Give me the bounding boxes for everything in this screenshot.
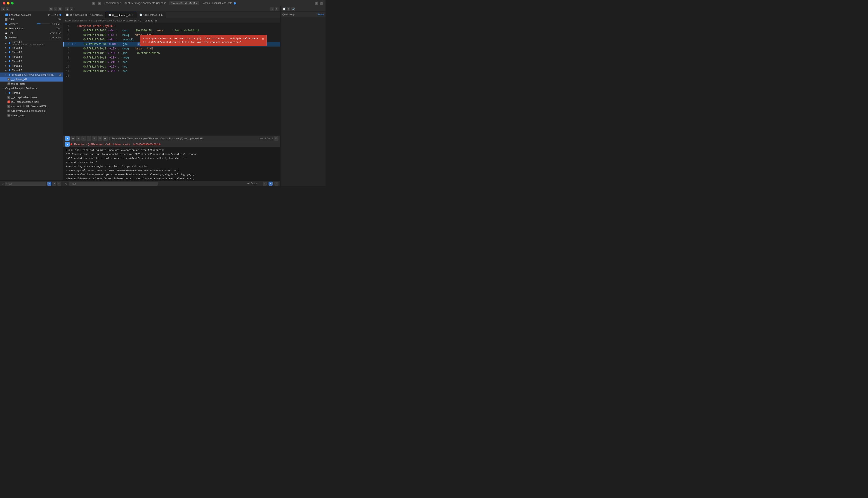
window-controls[interactable]: [3, 2, 14, 4]
network-item[interactable]: 📡 Network Zero KB/s: [0, 35, 63, 40]
thread1-disclosure: ▶: [4, 42, 7, 44]
step-into-btn[interactable]: ↓: [81, 136, 86, 141]
view-btn-1[interactable]: ⊡: [92, 136, 97, 141]
code-line-6: 6 0x7ff81f7c1010 <+12> : movq %rax , %rd…: [63, 47, 280, 51]
exception-thread-disclosure: ▾: [4, 91, 7, 94]
sidebar-item-exception-thread[interactable]: ▾ Thread: [0, 91, 63, 95]
maximize-button[interactable]: [11, 2, 14, 4]
line-code-9: 0x7ff81f7c1019 <+21> : nop: [76, 60, 280, 65]
sidebar-view-btn2[interactable]: ≡: [54, 7, 57, 11]
breadcrumb-item-1[interactable]: EssentialFeedTests: [65, 19, 87, 22]
network-value: Zero KB/s: [50, 36, 61, 39]
disclosure-icon: ▾: [2, 14, 4, 16]
split-view-button[interactable]: ⊞: [315, 2, 318, 5]
tab-pthread-kill[interactable]: 📄 0___pthread_kill ✕: [105, 12, 137, 18]
sidebar-nav-back[interactable]: ◀: [1, 7, 5, 11]
editor-nav-back[interactable]: ◀: [65, 7, 69, 11]
pthread-tab-close[interactable]: ✕: [132, 14, 133, 16]
view-btn-2[interactable]: ⊡: [98, 136, 102, 141]
console-run-btn[interactable]: ▶: [65, 142, 69, 147]
breadcrumb-sep-1: ›: [88, 19, 88, 22]
sidebar-item-frame0[interactable]: 0 __pthread_kill: [0, 77, 63, 81]
cpu-label: CPU: [9, 18, 57, 21]
console-filter-btn1[interactable]: ⊡: [263, 182, 267, 186]
breadcrumb-item-3[interactable]: 0 __pthread_kill: [140, 19, 157, 22]
sidebar-item-exc-frame22[interactable]: 22 thread_start: [0, 113, 63, 118]
sidebar-item-frame23[interactable]: 23 thread_start: [0, 81, 63, 86]
sidebar-item-thread2[interactable]: ▶ Thread 2: [0, 45, 63, 50]
continue-btn[interactable]: ⏭: [71, 136, 75, 141]
right-panel-refresh-btn[interactable]: ↻: [287, 7, 291, 11]
titlebar: ◼ ▶ EssentialFeed — feature/image-commen…: [0, 0, 326, 6]
line-code-11: 0x7ff81f7c101b <+23> : nop: [76, 69, 280, 74]
memory-item[interactable]: Memory 14,9 MB: [0, 22, 63, 26]
sidebar-item-thread5[interactable]: ▶ Thread 5: [0, 59, 63, 64]
sidebar-item-exc-frame0[interactable]: 0 __exceptionPreprocess: [0, 95, 63, 100]
stop-button[interactable]: ◼: [92, 2, 95, 5]
close-button[interactable]: [3, 2, 5, 4]
console-content[interactable]: libc++abi: terminating with uncaught exc…: [63, 147, 280, 181]
disk-item[interactable]: 💾 Disk Zero KB/s: [0, 31, 63, 35]
cpu-item[interactable]: CPU 0%: [0, 17, 63, 22]
disk-icon: 💾: [4, 31, 8, 35]
sidebar-item-exc-frame3[interactable]: 3 [XCTestExpectation fulfill]: [0, 100, 63, 104]
expand-console-btn[interactable]: ⊡: [274, 136, 279, 141]
scheme-selector[interactable]: EssentialFeed › My Mac: [169, 1, 199, 5]
cpu-indicator: [60, 14, 61, 16]
tab-urlprotocol[interactable]: 📄 URLProtocolStub: [137, 12, 165, 18]
editor-nav-forward[interactable]: ▶: [69, 7, 73, 11]
thread6-label: Thread 6: [12, 64, 61, 67]
memory-progress: [37, 24, 50, 24]
app-item[interactable]: ▾ EssentialFeedTests PID 5225: [0, 13, 63, 17]
right-panel-show-btn[interactable]: Show: [317, 13, 324, 16]
error-tooltip-close[interactable]: ✕: [262, 37, 264, 41]
right-panel-link-btn[interactable]: 🔗: [291, 7, 295, 11]
thread1-label: Thread 1: [12, 41, 61, 43]
filter-input[interactable]: [5, 182, 46, 186]
breadcrumb-item-2[interactable]: com.apple.CFNetwork.CustomProtocols (8): [89, 19, 137, 22]
debug-btn[interactable]: ▶: [65, 136, 69, 141]
thread2-icon: [8, 46, 11, 49]
exception-red-dot: [71, 143, 72, 145]
tab-urlsession[interactable]: 📄 URLSessionHTTPClientTests: [63, 12, 105, 18]
sidebar-content: ▾ EssentialFeedTests PID 5225 CPU 0%: [0, 12, 63, 181]
sidebar-item-exception-backtrace[interactable]: ▾ Original Exception Backtrace: [0, 86, 63, 91]
sidebar-item-thread6[interactable]: ▶ Thread 6: [0, 64, 63, 68]
console-line-6: /Users/paulo/Library/Developer/Xcode/Der…: [66, 172, 278, 176]
right-panel-header: Quick Help Show: [281, 12, 326, 17]
console-filter-btn3[interactable]: C: [275, 182, 279, 186]
urlsession-tab-icon: 📄: [66, 14, 69, 16]
sidebar-item-exc-frame5[interactable]: 5 URLProtocolStub.startLoading(): [0, 109, 63, 113]
sidebar-view-btn3[interactable]: ⊡: [58, 7, 62, 11]
right-panel-doc-btn[interactable]: 📄: [282, 7, 286, 11]
filter-btn-c[interactable]: C: [57, 182, 61, 186]
console-filter-btn2[interactable]: B: [269, 182, 272, 186]
minimize-button[interactable]: [7, 2, 10, 4]
sidebar-item-thread4[interactable]: ▶ Thread 4: [0, 54, 63, 59]
view-btn-3[interactable]: ▶: [103, 136, 107, 141]
energy-item[interactable]: ⚡ Energy Impact Zero: [0, 26, 63, 31]
editor-view-btn1[interactable]: ≡: [270, 7, 274, 11]
sidebar-item-exc-frame4[interactable]: 4 closure #1 in URLSessionHTTP...: [0, 104, 63, 109]
filter-btn-a[interactable]: A: [47, 182, 51, 186]
step-out-btn[interactable]: ↑: [87, 136, 91, 141]
sidebar-view-btn[interactable]: ⊞: [49, 7, 53, 11]
step-over-btn[interactable]: ↷: [76, 136, 80, 141]
code-editor[interactable]: 1 libsystem_kernel.dylib`: 2 0x7ff81f7c1…: [63, 23, 280, 135]
sidebar-item-cfnetwork[interactable]: ▾ com.apple.CFNetwork.CustomProtoc... ⚠: [0, 73, 63, 77]
scheme-tab[interactable]: EssentialFeed › My Mac: [169, 1, 199, 5]
urlsession-tab-label: URLSessionHTTPClientTests: [70, 14, 103, 16]
editor-view-btn2[interactable]: ⊡: [275, 7, 279, 11]
project-title: EssentialFeed — feature/image-comments-u…: [104, 2, 166, 5]
fullscreen-button[interactable]: ⤢: [320, 2, 323, 5]
console-filter-input[interactable]: [69, 182, 158, 186]
filter-btn-b[interactable]: B: [52, 182, 56, 186]
sidebar-item-thread3[interactable]: ▶ Thread 3: [0, 50, 63, 54]
code-line-9: 9 0x7ff81f7c1019 <+21> : nop: [63, 60, 280, 65]
code-line-10: 10 0x7ff81f7c101a <+22> : nop: [63, 65, 280, 69]
run-button[interactable]: ▶: [98, 2, 101, 5]
sidebar-item-thread1[interactable]: ▶ Thread 1 Queue: com.ap...-thread (seri…: [0, 41, 63, 45]
code-line-12: 12: [63, 74, 280, 78]
sidebar-nav-forward[interactable]: ▶: [6, 7, 10, 11]
sidebar-item-thread7[interactable]: ▶ Thread 7: [0, 68, 63, 73]
